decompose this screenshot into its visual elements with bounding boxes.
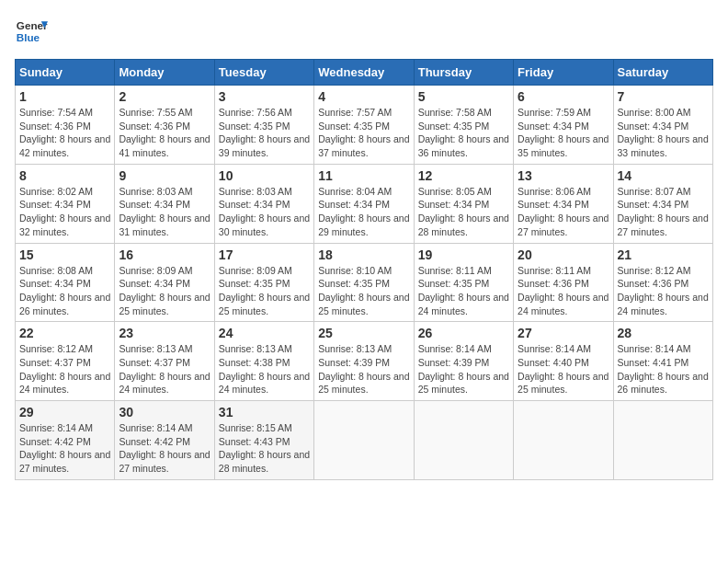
day-number: 17 — [219, 247, 310, 262]
calendar-cell: 18Sunrise: 8:10 AMSunset: 4:35 PMDayligh… — [314, 243, 414, 322]
day-info: Sunrise: 8:14 AMSunset: 4:39 PMDaylight:… — [418, 342, 509, 396]
day-info: Sunrise: 8:08 AMSunset: 4:34 PMDaylight:… — [19, 264, 110, 318]
day-number: 16 — [119, 247, 210, 262]
day-number: 30 — [119, 405, 210, 419]
day-number: 28 — [618, 326, 709, 340]
day-info: Sunrise: 8:03 AMSunset: 4:34 PMDaylight:… — [119, 185, 210, 239]
day-info: Sunrise: 8:09 AMSunset: 4:34 PMDaylight:… — [119, 264, 210, 318]
day-number: 4 — [318, 89, 409, 104]
calendar-week-row: 29Sunrise: 8:14 AMSunset: 4:42 PMDayligh… — [16, 401, 713, 480]
day-number: 3 — [219, 89, 310, 104]
calendar-cell: 21Sunrise: 8:12 AMSunset: 4:36 PMDayligh… — [613, 243, 712, 322]
calendar-day-header: Thursday — [414, 60, 513, 86]
day-number: 20 — [518, 247, 609, 262]
day-info: Sunrise: 7:54 AMSunset: 4:36 PMDaylight:… — [19, 106, 110, 160]
day-number: 22 — [19, 326, 110, 340]
day-number: 11 — [318, 168, 409, 183]
day-number: 10 — [219, 168, 310, 183]
logo-icon: General Blue — [15, 15, 48, 48]
calendar-cell: 19Sunrise: 8:11 AMSunset: 4:35 PMDayligh… — [414, 243, 513, 322]
day-info: Sunrise: 8:06 AMSunset: 4:34 PMDaylight:… — [518, 185, 609, 239]
calendar-cell: 6Sunrise: 7:59 AMSunset: 4:34 PMDaylight… — [514, 86, 613, 165]
calendar-cell: 12Sunrise: 8:05 AMSunset: 4:34 PMDayligh… — [414, 164, 513, 243]
day-info: Sunrise: 8:11 AMSunset: 4:36 PMDaylight:… — [518, 264, 609, 318]
calendar-cell: 28Sunrise: 8:14 AMSunset: 4:41 PMDayligh… — [613, 322, 712, 401]
calendar-cell: 30Sunrise: 8:14 AMSunset: 4:42 PMDayligh… — [115, 401, 214, 480]
calendar-cell: 22Sunrise: 8:12 AMSunset: 4:37 PMDayligh… — [16, 322, 115, 401]
day-number: 12 — [418, 168, 509, 183]
calendar-week-row: 1Sunrise: 7:54 AMSunset: 4:36 PMDaylight… — [16, 86, 713, 165]
day-number: 19 — [418, 247, 509, 262]
day-info: Sunrise: 8:13 AMSunset: 4:38 PMDaylight:… — [219, 342, 310, 396]
calendar-cell — [414, 401, 513, 480]
calendar-cell: 3Sunrise: 7:56 AMSunset: 4:35 PMDaylight… — [214, 86, 313, 165]
day-number: 14 — [618, 168, 709, 183]
day-number: 29 — [19, 405, 110, 419]
calendar-cell — [613, 401, 712, 480]
calendar-cell: 16Sunrise: 8:09 AMSunset: 4:34 PMDayligh… — [115, 243, 214, 322]
calendar-cell: 17Sunrise: 8:09 AMSunset: 4:35 PMDayligh… — [214, 243, 313, 322]
calendar-cell: 11Sunrise: 8:04 AMSunset: 4:34 PMDayligh… — [314, 164, 414, 243]
day-info: Sunrise: 8:00 AMSunset: 4:34 PMDaylight:… — [618, 106, 709, 160]
calendar-cell: 31Sunrise: 8:15 AMSunset: 4:43 PMDayligh… — [214, 401, 313, 480]
day-number: 24 — [219, 326, 310, 340]
calendar-day-header: Monday — [115, 60, 214, 86]
day-info: Sunrise: 8:14 AMSunset: 4:41 PMDaylight:… — [618, 342, 709, 396]
day-info: Sunrise: 8:13 AMSunset: 4:39 PMDaylight:… — [318, 342, 409, 396]
calendar-cell — [314, 401, 414, 480]
page-header: General Blue — [15, 15, 713, 48]
calendar-cell: 26Sunrise: 8:14 AMSunset: 4:39 PMDayligh… — [414, 322, 513, 401]
day-info: Sunrise: 8:03 AMSunset: 4:34 PMDaylight:… — [219, 185, 310, 239]
day-number: 23 — [119, 326, 210, 340]
day-number: 25 — [318, 326, 409, 340]
calendar-cell: 24Sunrise: 8:13 AMSunset: 4:38 PMDayligh… — [214, 322, 313, 401]
day-number: 21 — [618, 247, 709, 262]
day-number: 9 — [119, 168, 210, 183]
day-number: 13 — [518, 168, 609, 183]
calendar-week-row: 22Sunrise: 8:12 AMSunset: 4:37 PMDayligh… — [16, 322, 713, 401]
day-number: 26 — [418, 326, 509, 340]
calendar-cell: 4Sunrise: 7:57 AMSunset: 4:35 PMDaylight… — [314, 86, 414, 165]
calendar-cell: 25Sunrise: 8:13 AMSunset: 4:39 PMDayligh… — [314, 322, 414, 401]
calendar-cell: 9Sunrise: 8:03 AMSunset: 4:34 PMDaylight… — [115, 164, 214, 243]
calendar-cell: 15Sunrise: 8:08 AMSunset: 4:34 PMDayligh… — [16, 243, 115, 322]
day-number: 27 — [518, 326, 609, 340]
day-number: 15 — [19, 247, 110, 262]
day-info: Sunrise: 8:02 AMSunset: 4:34 PMDaylight:… — [19, 185, 110, 239]
calendar-week-row: 15Sunrise: 8:08 AMSunset: 4:34 PMDayligh… — [16, 243, 713, 322]
day-number: 8 — [19, 168, 110, 183]
day-info: Sunrise: 7:55 AMSunset: 4:36 PMDaylight:… — [119, 106, 210, 160]
day-info: Sunrise: 8:10 AMSunset: 4:35 PMDaylight:… — [318, 264, 409, 318]
calendar-cell — [514, 401, 613, 480]
day-info: Sunrise: 8:12 AMSunset: 4:37 PMDaylight:… — [19, 342, 110, 396]
day-info: Sunrise: 8:15 AMSunset: 4:43 PMDaylight:… — [219, 421, 310, 476]
calendar-week-row: 8Sunrise: 8:02 AMSunset: 4:34 PMDaylight… — [16, 164, 713, 243]
day-number: 2 — [119, 89, 210, 104]
day-info: Sunrise: 7:59 AMSunset: 4:34 PMDaylight:… — [518, 106, 609, 160]
calendar-day-header: Sunday — [16, 60, 115, 86]
day-info: Sunrise: 8:14 AMSunset: 4:40 PMDaylight:… — [518, 342, 609, 396]
calendar-cell: 5Sunrise: 7:58 AMSunset: 4:35 PMDaylight… — [414, 86, 513, 165]
day-number: 1 — [19, 89, 110, 104]
calendar-cell: 1Sunrise: 7:54 AMSunset: 4:36 PMDaylight… — [16, 86, 115, 165]
day-info: Sunrise: 7:58 AMSunset: 4:35 PMDaylight:… — [418, 106, 509, 160]
day-info: Sunrise: 8:14 AMSunset: 4:42 PMDaylight:… — [19, 421, 110, 476]
calendar-cell: 14Sunrise: 8:07 AMSunset: 4:34 PMDayligh… — [613, 164, 712, 243]
calendar-header-row: SundayMondayTuesdayWednesdayThursdayFrid… — [16, 60, 713, 86]
calendar-cell: 27Sunrise: 8:14 AMSunset: 4:40 PMDayligh… — [514, 322, 613, 401]
day-info: Sunrise: 8:05 AMSunset: 4:34 PMDaylight:… — [418, 185, 509, 239]
calendar-cell: 7Sunrise: 8:00 AMSunset: 4:34 PMDaylight… — [613, 86, 712, 165]
calendar-day-header: Friday — [514, 60, 613, 86]
calendar-cell: 2Sunrise: 7:55 AMSunset: 4:36 PMDaylight… — [115, 86, 214, 165]
day-info: Sunrise: 8:14 AMSunset: 4:42 PMDaylight:… — [119, 421, 210, 476]
day-info: Sunrise: 7:56 AMSunset: 4:35 PMDaylight:… — [219, 106, 310, 160]
day-info: Sunrise: 8:07 AMSunset: 4:34 PMDaylight:… — [618, 185, 709, 239]
logo: General Blue — [15, 15, 48, 48]
calendar-cell: 23Sunrise: 8:13 AMSunset: 4:37 PMDayligh… — [115, 322, 214, 401]
day-info: Sunrise: 8:12 AMSunset: 4:36 PMDaylight:… — [618, 264, 709, 318]
svg-text:General: General — [17, 19, 48, 31]
calendar-cell: 10Sunrise: 8:03 AMSunset: 4:34 PMDayligh… — [214, 164, 313, 243]
calendar-cell: 20Sunrise: 8:11 AMSunset: 4:36 PMDayligh… — [514, 243, 613, 322]
day-info: Sunrise: 7:57 AMSunset: 4:35 PMDaylight:… — [318, 106, 409, 160]
day-number: 31 — [219, 405, 310, 419]
